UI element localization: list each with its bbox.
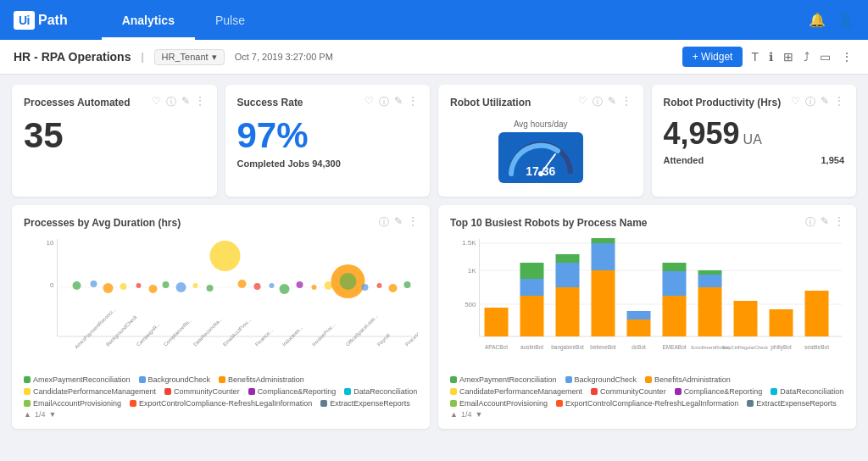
pin-icon[interactable]: ♡ [791, 95, 800, 109]
subtitle-value: 94,300 [312, 158, 341, 169]
svg-text:1K: 1K [468, 267, 476, 275]
legend-item: EmailAccountProvisioning [24, 399, 121, 408]
chart-title: Processes by Avg Duration (hrs) [24, 217, 181, 229]
more-icon[interactable]: ⋮ [195, 95, 205, 109]
pagination[interactable]: ▲ 1/4 ▼ [450, 410, 844, 419]
card-robot-productivity: Robot Productivity (Hrs) ♡ ⓘ ✎ ⋮ 4,959 U… [652, 85, 857, 197]
svg-text:dcBot: dcBot [632, 344, 646, 350]
tenant-selector[interactable]: HR_Tenant ▾ [154, 49, 225, 65]
svg-text:OfficeSpaceLeas...: OfficeSpaceLeas... [345, 313, 379, 347]
card-title: Success Rate [237, 97, 303, 108]
legend-item: Compliance&Reporting [675, 387, 763, 396]
svg-point-12 [149, 285, 158, 293]
card-success-rate: Success Rate ♡ ⓘ ✎ ⋮ 97% Completed Jobs … [225, 85, 431, 197]
svg-point-29 [389, 284, 398, 292]
svg-text:InvoiceProc...: InvoiceProc... [311, 322, 337, 347]
pin-icon[interactable]: ♡ [578, 95, 587, 109]
svg-point-9 [103, 283, 114, 293]
edit-icon[interactable]: ✎ [394, 215, 403, 230]
tab-analytics[interactable]: Analytics [102, 0, 195, 40]
logo-path: Path [38, 13, 68, 28]
svg-text:DataReconcilia...: DataReconcilia... [192, 316, 224, 347]
bell-icon[interactable]: 🔔 [809, 12, 826, 28]
share-icon[interactable]: ⤴ [802, 48, 811, 65]
chart-actions: ⓘ ✎ ⋮ [805, 215, 844, 230]
svg-rect-56 [556, 263, 580, 287]
svg-rect-68 [698, 270, 722, 275]
legend-item: BenefitsAdministration [645, 375, 731, 384]
card-robot-utilization: Robot Utilization ♡ ⓘ ✎ ⋮ Avg hours/day [438, 85, 643, 197]
edit-icon[interactable]: ✎ [821, 215, 829, 230]
svg-text:EmailAcctProv...: EmailAcctProv... [222, 317, 252, 347]
pagination-prev[interactable]: ▲ [450, 410, 458, 419]
card-title: Robot Productivity (Hrs) [664, 97, 782, 108]
svg-text:austinBot: austinBot [520, 344, 543, 350]
user-icon[interactable]: 👤 [837, 12, 854, 28]
svg-point-30 [404, 281, 411, 288]
svg-rect-71 [805, 291, 829, 336]
legend-item: BackgroundCheck [565, 375, 637, 384]
card-actions: ♡ ⓘ ✎ ⋮ [791, 95, 844, 109]
svg-rect-67 [698, 275, 722, 287]
edit-icon[interactable]: ✎ [394, 95, 403, 109]
svg-text:believeBot: believeBot [590, 344, 616, 350]
svg-rect-62 [627, 311, 651, 319]
chart-title: Top 10 Busiest Robots by Process Name [450, 217, 648, 229]
info-icon[interactable]: ⓘ [805, 95, 815, 109]
card-header: Success Rate ♡ ⓘ ✎ ⋮ [237, 95, 419, 109]
info-icon[interactable]: ⓘ [805, 215, 815, 230]
tab-pulse[interactable]: Pulse [195, 0, 265, 40]
card-header: Processes Automated ♡ ⓘ ✎ ⋮ [24, 95, 205, 109]
pagination[interactable]: ▲ 1/4 ▼ [24, 410, 418, 419]
svg-point-14 [176, 282, 186, 292]
dashboard-title: HR - RPA Operations [14, 50, 131, 64]
gauge-container: Avg hours/day 17.36 [450, 116, 632, 186]
svg-point-20 [270, 283, 275, 288]
info-icon[interactable]: ⓘ [166, 95, 176, 109]
svg-point-28 [377, 283, 382, 288]
svg-point-15 [193, 283, 198, 288]
text-icon[interactable]: T [749, 48, 760, 65]
edit-icon[interactable]: ✎ [821, 95, 829, 109]
more-icon[interactable]: ⋮ [839, 48, 854, 65]
legend-item: ExtractExpenseReports [747, 399, 837, 408]
pagination-prev[interactable]: ▲ [24, 410, 31, 419]
image-icon[interactable]: ⊞ [782, 48, 795, 65]
legend-item: CandidatePerformanceManagement [450, 387, 582, 396]
metric-unit: UA [743, 132, 762, 147]
legend-item: AmexPaymentReconciliation [24, 375, 131, 384]
svg-point-23 [312, 285, 317, 290]
info-icon[interactable]: ℹ [767, 48, 775, 65]
info-icon[interactable]: ⓘ [593, 95, 603, 109]
more-icon[interactable]: ⋮ [408, 215, 418, 230]
bubble-chart: 10 0 [24, 235, 418, 370]
svg-point-8 [91, 280, 97, 287]
svg-rect-51 [485, 308, 509, 336]
svg-point-19 [254, 283, 261, 290]
svg-rect-69 [734, 301, 758, 336]
edit-icon[interactable]: ✎ [181, 95, 190, 109]
info-icon[interactable]: ⓘ [379, 95, 389, 109]
more-icon[interactable]: ⋮ [621, 95, 632, 109]
pagination-next[interactable]: ▼ [48, 410, 56, 419]
pin-icon[interactable]: ♡ [364, 95, 374, 109]
charts-row: Processes by Avg Duration (hrs) ⓘ ✎ ⋮ 10… [12, 205, 856, 429]
pin-icon[interactable]: ♡ [152, 95, 161, 109]
subtitle-label: Completed Jobs [237, 158, 310, 169]
more-icon[interactable]: ⋮ [408, 95, 418, 109]
metric-subtitle: Completed Jobs 94,300 [237, 158, 419, 169]
more-icon[interactable]: ⋮ [834, 215, 844, 230]
svg-rect-70 [770, 309, 793, 336]
card-processes-automated: Processes Automated ♡ ⓘ ✎ ⋮ 35 [12, 85, 217, 197]
pagination-next[interactable]: ▼ [475, 410, 482, 419]
legend-item: CommunityCounter [164, 387, 240, 396]
add-widget-button[interactable]: + Widget [682, 47, 743, 67]
edit-icon[interactable]: ✎ [608, 95, 616, 109]
info-icon[interactable]: ⓘ [379, 215, 389, 230]
card-title: Robot Utilization [450, 97, 531, 108]
layout-icon[interactable]: ▭ [818, 48, 832, 65]
svg-rect-64 [663, 271, 687, 296]
logo-ui: Ui [14, 11, 35, 30]
more-icon[interactable]: ⋮ [834, 95, 844, 109]
tenant-name: HR_Tenant [162, 52, 209, 62]
